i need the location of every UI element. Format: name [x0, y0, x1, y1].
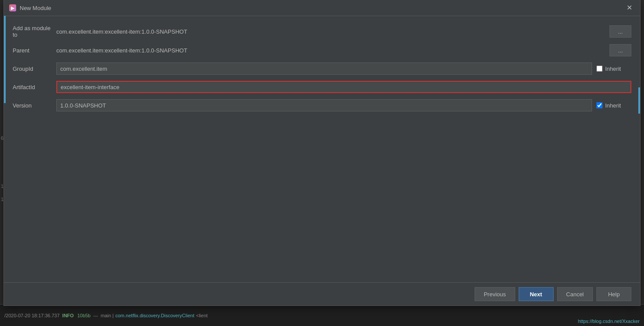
dialog-title: New Module — [20, 5, 51, 11]
dialog-footer: Previous Next Cancel Help — [4, 282, 640, 305]
code-text: 10b5b — [77, 313, 91, 318]
version-inherit-wrapper: Inherit — [596, 102, 631, 109]
add-as-module-dots-button[interactable]: ... — [610, 25, 631, 38]
timestamp-text: /2020-07-20 18:17:36.737 — [4, 313, 60, 318]
dialog-body: Add as module to com.excellent.item:exce… — [4, 16, 640, 282]
info-badge: INFO — [62, 313, 74, 318]
titlebar-left: ▶ New Module — [9, 4, 51, 11]
right-accent-bar — [638, 87, 640, 114]
separator-text: --- — [93, 313, 98, 318]
dialog-icon: ▶ — [9, 4, 16, 11]
artifact-id-label: ArtifactId — [13, 84, 56, 90]
group-id-label: GroupId — [13, 66, 56, 72]
add-as-module-row: Add as module to com.excellent.item:exce… — [13, 25, 631, 38]
icon-symbol: ▶ — [11, 6, 14, 10]
version-inherit-label: Inherit — [605, 102, 621, 109]
bottom-link: https://blog.csdn.net/Xxacker — [578, 319, 640, 324]
previous-button[interactable]: Previous — [475, 287, 515, 301]
main-text: main | — [100, 313, 114, 318]
cancel-button[interactable]: Cancel — [557, 287, 593, 301]
add-as-module-label: Add as module to — [13, 25, 56, 38]
group-inherit-wrapper: Inherit — [596, 66, 631, 72]
bottom-status-bar: /2020-07-20 18:17:36.737 INFO 10b5b --- … — [0, 304, 644, 326]
parent-dots-button[interactable]: ... — [610, 44, 631, 56]
version-inherit-checkbox[interactable] — [596, 102, 603, 108]
next-button[interactable]: Next — [519, 287, 554, 301]
class-text: com.netflix.discovery.DiscoveryClient — [115, 313, 194, 318]
group-inherit-label: Inherit — [605, 66, 621, 72]
group-id-row: GroupId Inherit — [13, 62, 631, 75]
close-button[interactable]: ✕ — [624, 3, 635, 12]
version-row: Version Inherit — [13, 99, 631, 111]
new-module-dialog: ▶ New Module ✕ Add as module to com.exce… — [3, 0, 641, 306]
dialog-titlebar: ▶ New Module ✕ — [4, 0, 640, 16]
status-text: <lient — [196, 313, 208, 318]
artifact-id-input[interactable] — [56, 81, 631, 93]
parent-value: com.excellent.item:excellent-item:1.0.0-… — [56, 47, 610, 54]
version-label: Version — [13, 102, 56, 109]
artifact-id-input-wrapper — [56, 81, 631, 93]
group-id-input[interactable] — [56, 62, 592, 75]
help-button[interactable]: Help — [596, 287, 631, 301]
version-input-wrapper: Inherit — [56, 99, 631, 111]
artifact-id-row: ArtifactId — [13, 81, 631, 93]
parent-label: Parent — [13, 47, 56, 54]
parent-row: Parent com.excellent.item:excellent-item… — [13, 44, 631, 56]
left-accent-bar — [4, 16, 6, 103]
group-inherit-checkbox[interactable] — [596, 66, 603, 72]
add-as-module-value: com.excellent.item:excellent-item:1.0.0-… — [56, 28, 610, 35]
group-id-input-wrapper: Inherit — [56, 62, 631, 75]
version-input[interactable] — [56, 99, 592, 111]
